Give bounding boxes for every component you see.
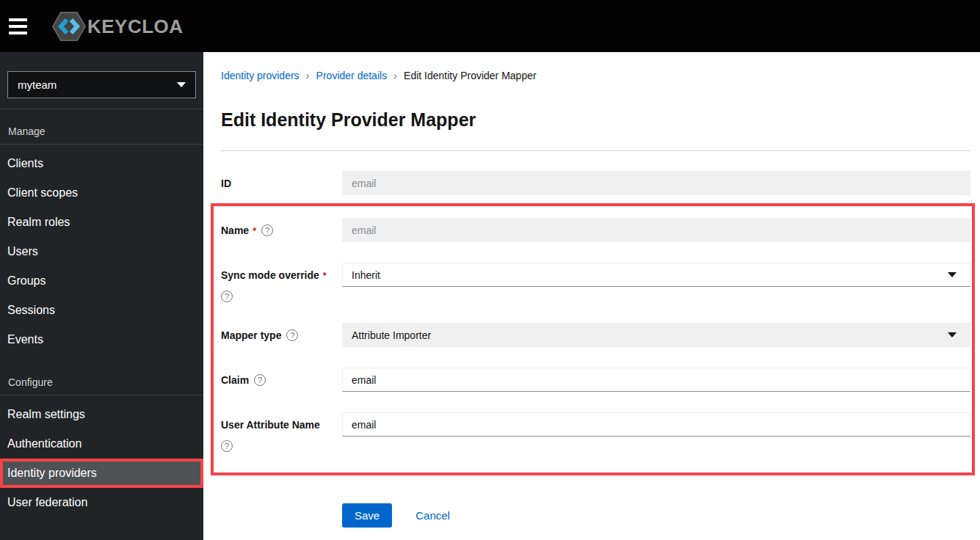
mapper-form: ID Name * ? <box>221 171 970 528</box>
help-icon[interactable]: ? <box>254 374 266 386</box>
keycloak-logo-icon: KEYCLOAK <box>47 10 183 43</box>
breadcrumb-current-page: Edit Identity Provider Mapper <box>404 70 537 81</box>
form-row-claim: Claim ? <box>221 368 970 392</box>
breadcrumb-separator-icon: › <box>306 69 310 81</box>
chevron-down-icon <box>177 82 186 87</box>
sidebar-item-realm-settings[interactable]: Realm settings <box>0 400 203 429</box>
nav-section-manage: Manage Clients Client scopes Realm roles… <box>0 125 203 354</box>
form-row-name: Name * ? <box>221 218 970 242</box>
main-content: Identity providers › Provider details › … <box>203 52 980 540</box>
save-button[interactable]: Save <box>342 503 392 528</box>
user-attribute-name-input[interactable] <box>342 412 970 437</box>
keycloak-logo-text: KEYCLOAK <box>87 15 183 37</box>
id-label: ID <box>221 178 231 189</box>
mapper-type-label-col: Mapper type ? <box>221 323 342 347</box>
annotation-box-form: Name * ? Sync mode override * <box>211 203 975 475</box>
user-attribute-name-label: User Attribute Name <box>221 419 320 431</box>
mapper-type-label: Mapper type <box>221 329 281 341</box>
sidebar-item-user-federation[interactable]: User federation <box>0 488 203 517</box>
form-row-mapper-type: Mapper type ? Attribute Importer <box>221 323 970 347</box>
mapper-type-value: Attribute Importer <box>352 329 431 341</box>
name-label-col: Name * ? <box>221 218 342 242</box>
required-asterisk: * <box>323 270 327 281</box>
breadcrumb: Identity providers › Provider details › … <box>221 69 970 81</box>
name-input[interactable] <box>342 218 970 242</box>
realm-selector[interactable]: myteam <box>7 71 196 98</box>
sidebar-item-identity-providers[interactable]: Identity providers <box>0 459 203 488</box>
sidebar-item-groups[interactable]: Groups <box>0 266 203 296</box>
id-label-col: ID <box>221 171 342 195</box>
top-bar: KEYCLOAK <box>0 0 980 52</box>
nav-section-title-manage: Manage <box>0 125 203 145</box>
chevron-down-icon <box>948 272 957 277</box>
keycloak-logo: KEYCLOAK <box>47 10 183 43</box>
sync-mode-override-label: Sync mode override <box>221 269 319 281</box>
name-label: Name <box>221 225 249 236</box>
sidebar-item-realm-roles[interactable]: Realm roles <box>0 208 203 237</box>
required-asterisk: * <box>253 225 256 236</box>
sidebar-item-clients[interactable]: Clients <box>0 149 203 178</box>
breadcrumb-provider-details[interactable]: Provider details <box>316 70 388 81</box>
sidebar-item-sessions[interactable]: Sessions <box>0 296 203 325</box>
form-row-id: ID <box>221 171 970 195</box>
help-icon[interactable]: ? <box>221 291 233 302</box>
claim-label-col: Claim ? <box>221 368 342 392</box>
chevron-down-icon <box>948 332 957 338</box>
mapper-type-select[interactable]: Attribute Importer <box>342 323 970 347</box>
form-row-sync-mode-override: Sync mode override * ? Inherit <box>221 263 970 302</box>
title-divider <box>221 150 970 151</box>
help-icon[interactable]: ? <box>261 225 273 236</box>
page-title: Edit Identity Provider Mapper <box>221 109 970 131</box>
realm-selector-value: myteam <box>18 79 57 91</box>
nav-section-title-configure: Configure <box>0 376 203 395</box>
sync-mode-override-label-col: Sync mode override * ? <box>221 263 342 302</box>
sidebar-divider <box>0 109 203 109</box>
help-icon[interactable]: ? <box>221 440 233 452</box>
sidebar-item-events[interactable]: Events <box>0 325 203 354</box>
form-actions: Save Cancel <box>342 503 970 528</box>
user-attribute-name-label-col: User Attribute Name ? <box>221 412 342 452</box>
id-input[interactable] <box>342 171 970 195</box>
sidebar-item-client-scopes[interactable]: Client scopes <box>0 178 203 208</box>
nav-section-configure: Configure Realm settings Authentication … <box>0 376 203 517</box>
breadcrumb-identity-providers[interactable]: Identity providers <box>221 70 300 81</box>
help-icon[interactable]: ? <box>286 329 298 341</box>
sidebar-nav: Manage Clients Client scopes Realm roles… <box>0 125 203 517</box>
sidebar-item-authentication[interactable]: Authentication <box>0 429 203 459</box>
sync-mode-override-value: Inherit <box>352 269 380 281</box>
form-row-user-attribute-name: User Attribute Name ? <box>221 412 970 452</box>
cancel-link[interactable]: Cancel <box>415 509 450 522</box>
claim-input[interactable] <box>342 368 970 392</box>
hamburger-menu-icon[interactable] <box>7 11 38 42</box>
sidebar-item-users[interactable]: Users <box>0 237 203 266</box>
sidebar: myteam Manage Clients Client scopes Real… <box>0 52 203 540</box>
claim-label: Claim <box>221 374 249 386</box>
breadcrumb-separator-icon: › <box>393 69 397 81</box>
sync-mode-override-select[interactable]: Inherit <box>342 263 970 287</box>
